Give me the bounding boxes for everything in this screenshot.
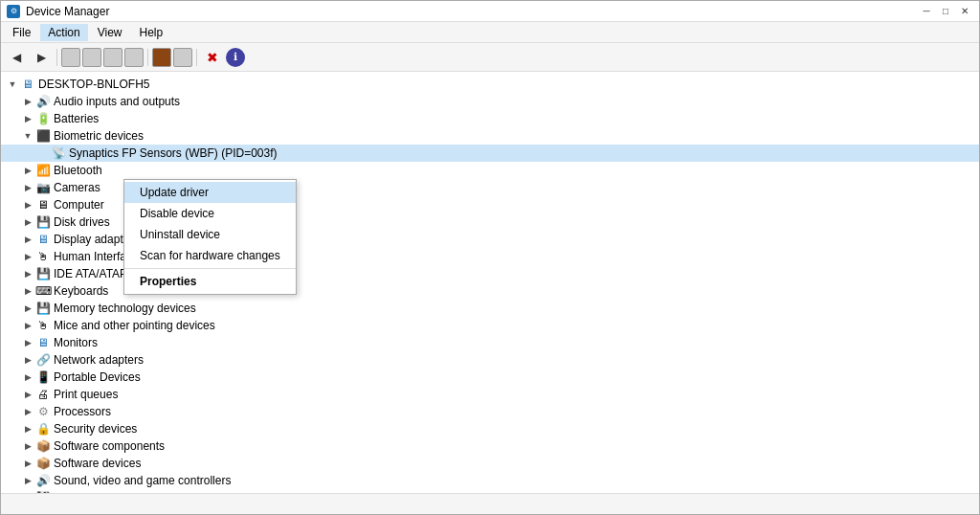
back-button[interactable]: ◀ (5, 46, 28, 69)
tree-item-software-comp[interactable]: ▶ 📦 Software components (1, 437, 979, 455)
print-toggle[interactable]: ▶ (20, 387, 35, 402)
uninstall-button[interactable] (103, 48, 122, 67)
keyboards-label: Keyboards (54, 284, 108, 298)
hid-toggle[interactable]: ▶ (20, 249, 35, 264)
forward-button[interactable]: ▶ (30, 46, 53, 69)
menu-view[interactable]: View (90, 24, 130, 41)
tree-item-portable[interactable]: ▶ 📱 Portable Devices (1, 369, 979, 386)
ctx-properties[interactable]: Properties (124, 271, 296, 292)
security-label: Security devices (54, 422, 137, 436)
tree-item-bluetooth[interactable]: ▶ 📶 Bluetooth (1, 162, 979, 179)
keyboards-icon: ⌨ (35, 283, 51, 299)
toolbar-separator-1 (56, 49, 57, 66)
sound-toggle[interactable]: ▶ (20, 473, 35, 488)
tree-item-batteries[interactable]: ▶ 🔋 Batteries (1, 110, 979, 127)
memory-label: Memory technology devices (54, 302, 196, 315)
computer-label: Computer (54, 198, 104, 212)
tree-item-mice[interactable]: ▶ 🖱 Mice and other pointing devices (1, 317, 979, 334)
scan-button[interactable] (124, 48, 144, 67)
tree-item-security[interactable]: ▶ 🔒 Security devices (1, 420, 979, 437)
biometric-toggle[interactable]: ▼ (20, 128, 35, 144)
ide-toggle[interactable]: ▶ (20, 266, 35, 281)
storage-icon: 💾 (35, 490, 51, 493)
keyboards-toggle[interactable]: ▶ (20, 283, 35, 299)
computer-icon: 🖥 (20, 77, 35, 92)
display-toggle[interactable]: ▶ (20, 232, 35, 247)
tree-item-audio[interactable]: ▶ 🔊 Audio inputs and outputs (1, 93, 979, 110)
memory-toggle[interactable]: ▶ (20, 301, 35, 316)
minimize-button[interactable]: ─ (918, 4, 935, 19)
monitors-label: Monitors (54, 336, 98, 349)
software-comp-label: Software components (54, 439, 165, 453)
computer-toggle[interactable]: ▶ (20, 197, 35, 213)
disk-toggle[interactable]: ▶ (20, 214, 35, 230)
batteries-label: Batteries (54, 112, 99, 125)
portable-label: Portable Devices (54, 370, 141, 384)
network-toggle[interactable]: ▶ (20, 352, 35, 368)
tree-item-processors[interactable]: ▶ ⚙ Processors (1, 403, 979, 420)
display-icon: 🖥 (35, 232, 51, 247)
portable-icon: 📱 (35, 369, 51, 385)
tree-item-network[interactable]: ▶ 🔗 Network adapters (1, 351, 979, 369)
batteries-icon: 🔋 (35, 111, 51, 126)
storage-toggle[interactable]: ▶ (20, 490, 35, 493)
toolbar: ◀ ▶ ✖ ℹ (1, 43, 979, 72)
mice-icon: 🖱 (35, 318, 51, 333)
tree-root[interactable]: ▼ 🖥 DESKTOP-BNLOFH5 (1, 76, 979, 93)
cameras-toggle[interactable]: ▶ (20, 180, 35, 195)
synaptics-icon: 📡 (51, 146, 66, 161)
device-tree[interactable]: ▼ 🖥 DESKTOP-BNLOFH5 ▶ 🔊 Audio inputs and… (1, 72, 979, 493)
biometric-icon: ⬛ (35, 128, 51, 144)
properties-button[interactable] (61, 48, 80, 67)
sound-label: Sound, video and game controllers (54, 474, 231, 487)
audio-toggle[interactable]: ▶ (20, 94, 35, 109)
menu-action[interactable]: Action (40, 24, 87, 41)
tree-item-software-dev[interactable]: ▶ 📦 Software devices (1, 455, 979, 472)
bluetooth-toggle[interactable]: ▶ (20, 163, 35, 178)
ctx-update-driver[interactable]: Update driver (124, 182, 296, 203)
hid-icon: 🖱 (35, 249, 51, 264)
computer-node-icon: 🖥 (35, 197, 51, 213)
tree-item-print[interactable]: ▶ 🖨 Print queues (1, 386, 979, 403)
portable-toggle[interactable]: ▶ (20, 369, 35, 385)
tree-item-sound[interactable]: ▶ 🔊 Sound, video and game controllers (1, 472, 979, 489)
update-driver-button[interactable] (82, 48, 101, 67)
toolbar-separator-3 (196, 49, 197, 66)
mice-toggle[interactable]: ▶ (20, 318, 35, 333)
filter-button[interactable] (173, 48, 192, 67)
bluetooth-label: Bluetooth (54, 164, 102, 177)
software-comp-icon: 📦 (35, 438, 51, 454)
ide-icon: 💾 (35, 266, 51, 281)
tree-item-biometric[interactable]: ▼ ⬛ Biometric devices (1, 127, 979, 145)
close-button[interactable]: ✕ (956, 4, 973, 19)
security-toggle[interactable]: ▶ (20, 421, 35, 437)
storage-label: Storage controllers (54, 491, 150, 493)
cameras-icon: 📷 (35, 180, 51, 195)
monitors-toggle[interactable]: ▶ (20, 335, 35, 350)
batteries-toggle[interactable]: ▶ (20, 111, 35, 126)
ctx-uninstall-device[interactable]: Uninstall device (124, 224, 296, 245)
software-dev-label: Software devices (54, 457, 141, 470)
help-button[interactable]: ℹ (226, 48, 245, 67)
menu-help[interactable]: Help (132, 24, 171, 41)
software-dev-toggle[interactable]: ▶ (20, 456, 35, 471)
menu-file[interactable]: File (5, 24, 38, 41)
root-toggle[interactable]: ▼ (5, 77, 20, 92)
tree-item-memory[interactable]: ▶ 💾 Memory technology devices (1, 300, 979, 317)
title-bar-left: ⚙ Device Manager (7, 5, 109, 18)
tree-item-storage[interactable]: ▶ 💾 Storage controllers (1, 489, 979, 493)
tree-item-synaptics[interactable]: ▶ 📡 Synaptics FP Sensors (WBF) (PID=003f… (1, 145, 979, 162)
tree-item-monitors[interactable]: ▶ 🖥 Monitors (1, 334, 979, 351)
processors-toggle[interactable]: ▶ (20, 404, 35, 419)
audio-icon: 🔊 (35, 94, 51, 109)
maximize-button[interactable]: □ (937, 4, 954, 19)
delete-button[interactable]: ✖ (201, 46, 224, 69)
ctx-separator (124, 268, 296, 269)
software-dev-icon: 📦 (35, 456, 51, 471)
ctx-disable-device[interactable]: Disable device (124, 203, 296, 224)
biometric-label: Biometric devices (54, 129, 144, 143)
window-title: Device Manager (26, 5, 109, 18)
show-all-button[interactable] (152, 48, 171, 67)
software-comp-toggle[interactable]: ▶ (20, 438, 35, 454)
ctx-scan-hardware[interactable]: Scan for hardware changes (124, 245, 296, 266)
